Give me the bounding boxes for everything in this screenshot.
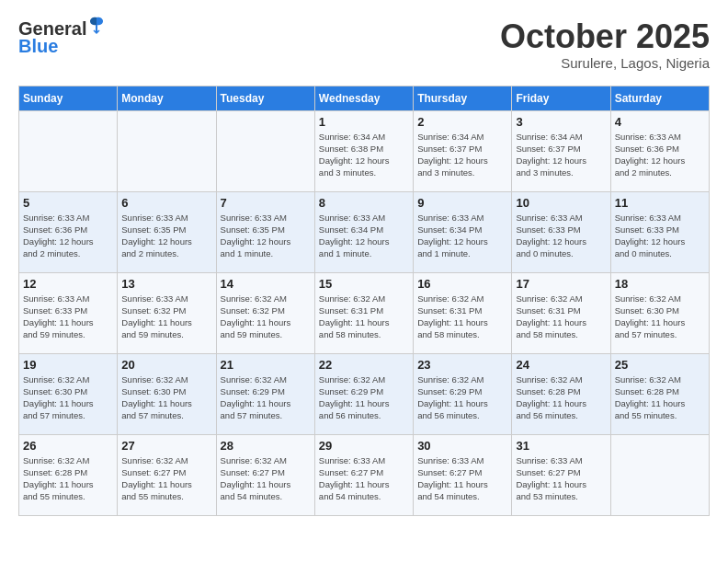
day-info-line: Daylight: 11 hours xyxy=(23,398,94,408)
day-info-line: Daylight: 12 hours xyxy=(23,236,94,247)
day-number: 10 xyxy=(516,196,606,210)
day-info: Sunrise: 6:33 AMSunset: 6:33 PMDaylight:… xyxy=(615,212,705,260)
day-info: Sunrise: 6:34 AMSunset: 6:37 PMDaylight:… xyxy=(417,131,507,179)
week-row-3: 12Sunrise: 6:33 AMSunset: 6:33 PMDayligh… xyxy=(19,272,710,353)
day-info: Sunrise: 6:32 AMSunset: 6:31 PMDaylight:… xyxy=(319,293,409,341)
calendar-cell: 17Sunrise: 6:32 AMSunset: 6:31 PMDayligh… xyxy=(512,272,610,353)
day-info-line: and 56 minutes. xyxy=(417,410,480,420)
calendar-cell xyxy=(19,110,118,191)
day-info: Sunrise: 6:32 AMSunset: 6:29 PMDaylight:… xyxy=(221,373,311,422)
day-info-line: and 56 minutes. xyxy=(516,410,578,420)
day-info-line: and 3 minutes. xyxy=(516,167,573,178)
day-info-line: Sunrise: 6:32 AM xyxy=(417,374,483,385)
calendar-cell xyxy=(216,110,314,191)
day-number: 16 xyxy=(417,277,507,291)
calendar-cell: 13Sunrise: 6:33 AMSunset: 6:32 PMDayligh… xyxy=(118,272,216,353)
day-number: 2 xyxy=(417,115,507,129)
day-info-line: Daylight: 12 hours xyxy=(319,236,390,247)
day-info-line: Sunrise: 6:33 AM xyxy=(319,213,385,223)
day-info-line: Sunset: 6:29 PM xyxy=(221,386,285,396)
day-info-line: Daylight: 11 hours xyxy=(221,398,291,408)
calendar-cell: 28Sunrise: 6:32 AMSunset: 6:27 PMDayligh… xyxy=(216,434,314,515)
day-info-line: Sunset: 6:36 PM xyxy=(23,224,87,235)
day-info-line: Sunset: 6:33 PM xyxy=(615,224,679,235)
day-info-line: Sunset: 6:33 PM xyxy=(516,224,580,235)
day-info-line: Sunrise: 6:34 AM xyxy=(417,132,483,142)
day-info-line: and 59 minutes. xyxy=(221,329,283,339)
day-number: 23 xyxy=(417,358,507,372)
day-info-line: Sunrise: 6:33 AM xyxy=(417,213,483,223)
day-info-line: Daylight: 11 hours xyxy=(23,317,94,327)
day-info-line: Sunrise: 6:33 AM xyxy=(417,455,483,465)
calendar-cell: 26Sunrise: 6:32 AMSunset: 6:28 PMDayligh… xyxy=(19,434,118,515)
calendar-cell: 15Sunrise: 6:32 AMSunset: 6:31 PMDayligh… xyxy=(314,272,413,353)
day-info-line: Sunrise: 6:33 AM xyxy=(121,213,188,223)
day-info-line: Daylight: 11 hours xyxy=(516,479,586,489)
week-row-4: 19Sunrise: 6:32 AMSunset: 6:30 PMDayligh… xyxy=(19,353,710,434)
day-info-line: Daylight: 12 hours xyxy=(516,236,586,247)
day-info-line: Sunset: 6:34 PM xyxy=(319,224,383,235)
day-info: Sunrise: 6:32 AMSunset: 6:29 PMDaylight:… xyxy=(417,373,507,422)
day-info-line: Sunrise: 6:32 AM xyxy=(121,374,188,385)
calendar-cell: 19Sunrise: 6:32 AMSunset: 6:30 PMDayligh… xyxy=(19,353,118,434)
day-info: Sunrise: 6:32 AMSunset: 6:30 PMDaylight:… xyxy=(23,373,113,422)
day-info-line: Daylight: 11 hours xyxy=(516,398,586,408)
day-info-line: Sunset: 6:29 PM xyxy=(417,386,482,396)
day-info-line: Sunrise: 6:32 AM xyxy=(221,374,287,385)
calendar-cell xyxy=(118,110,216,191)
week-row-1: 1Sunrise: 6:34 AMSunset: 6:38 PMDaylight… xyxy=(19,110,710,191)
calendar-cell: 24Sunrise: 6:32 AMSunset: 6:28 PMDayligh… xyxy=(512,353,610,434)
day-info-line: and 1 minute. xyxy=(319,248,372,259)
day-info-line: Sunrise: 6:32 AM xyxy=(615,293,681,304)
day-number: 20 xyxy=(121,358,211,372)
calendar-cell: 1Sunrise: 6:34 AMSunset: 6:38 PMDaylight… xyxy=(314,110,413,191)
day-info: Sunrise: 6:33 AMSunset: 6:33 PMDaylight:… xyxy=(23,293,113,341)
day-info: Sunrise: 6:32 AMSunset: 6:28 PMDaylight:… xyxy=(23,454,113,503)
day-info-line: Daylight: 11 hours xyxy=(615,317,686,327)
day-info-line: Sunset: 6:29 PM xyxy=(319,386,383,396)
day-info-line: Sunset: 6:31 PM xyxy=(417,305,482,316)
day-info-line: Sunrise: 6:32 AM xyxy=(319,374,385,385)
day-info-line: and 0 minutes. xyxy=(516,248,573,259)
day-info-line: Daylight: 11 hours xyxy=(516,317,586,327)
calendar-cell: 4Sunrise: 6:33 AMSunset: 6:36 PMDaylight… xyxy=(610,110,709,191)
day-info-line: and 57 minutes. xyxy=(23,410,85,420)
day-info-line: Sunrise: 6:32 AM xyxy=(121,455,188,465)
day-info-line: Daylight: 12 hours xyxy=(319,155,390,166)
calendar-cell: 10Sunrise: 6:33 AMSunset: 6:33 PMDayligh… xyxy=(512,191,610,272)
day-info: Sunrise: 6:32 AMSunset: 6:27 PMDaylight:… xyxy=(221,454,311,503)
day-info-line: Sunset: 6:35 PM xyxy=(221,224,285,235)
day-number: 19 xyxy=(23,358,113,372)
day-info-line: Daylight: 11 hours xyxy=(221,479,291,489)
day-info: Sunrise: 6:32 AMSunset: 6:31 PMDaylight:… xyxy=(516,293,606,341)
day-info-line: and 58 minutes. xyxy=(417,329,480,339)
day-number: 1 xyxy=(319,115,409,129)
day-number: 5 xyxy=(23,196,113,210)
day-info-line: Sunrise: 6:32 AM xyxy=(23,374,89,385)
day-info-line: Sunset: 6:28 PM xyxy=(615,386,679,396)
calendar-cell: 14Sunrise: 6:32 AMSunset: 6:32 PMDayligh… xyxy=(216,272,314,353)
day-info-line: Sunset: 6:33 PM xyxy=(23,305,87,316)
day-info-line: and 3 minutes. xyxy=(319,167,376,178)
calendar-cell: 25Sunrise: 6:32 AMSunset: 6:28 PMDayligh… xyxy=(610,353,709,434)
day-info-line: and 57 minutes. xyxy=(221,410,283,420)
day-info-line: Sunset: 6:35 PM xyxy=(121,224,186,235)
day-info-line: Sunrise: 6:32 AM xyxy=(516,374,582,385)
day-info: Sunrise: 6:32 AMSunset: 6:28 PMDaylight:… xyxy=(516,373,606,422)
day-info-line: Sunrise: 6:32 AM xyxy=(23,455,89,465)
day-info-line: Sunset: 6:30 PM xyxy=(615,305,679,316)
day-number: 17 xyxy=(516,277,606,291)
day-info-line: Sunset: 6:31 PM xyxy=(319,305,383,316)
day-number: 3 xyxy=(516,115,606,129)
day-info-line: and 2 minutes. xyxy=(121,248,178,259)
day-number: 24 xyxy=(516,358,606,372)
calendar-cell: 9Sunrise: 6:33 AMSunset: 6:34 PMDaylight… xyxy=(414,191,512,272)
day-info-line: and 54 minutes. xyxy=(221,491,283,501)
page-header: General Blue October 2025 Surulere, Lago… xyxy=(18,18,710,71)
day-info: Sunrise: 6:33 AMSunset: 6:34 PMDaylight:… xyxy=(417,212,507,260)
day-info: Sunrise: 6:32 AMSunset: 6:28 PMDaylight:… xyxy=(615,373,705,422)
day-number: 13 xyxy=(121,277,211,291)
calendar-cell: 22Sunrise: 6:32 AMSunset: 6:29 PMDayligh… xyxy=(314,353,413,434)
day-number: 28 xyxy=(221,439,311,453)
day-number: 22 xyxy=(319,358,409,372)
